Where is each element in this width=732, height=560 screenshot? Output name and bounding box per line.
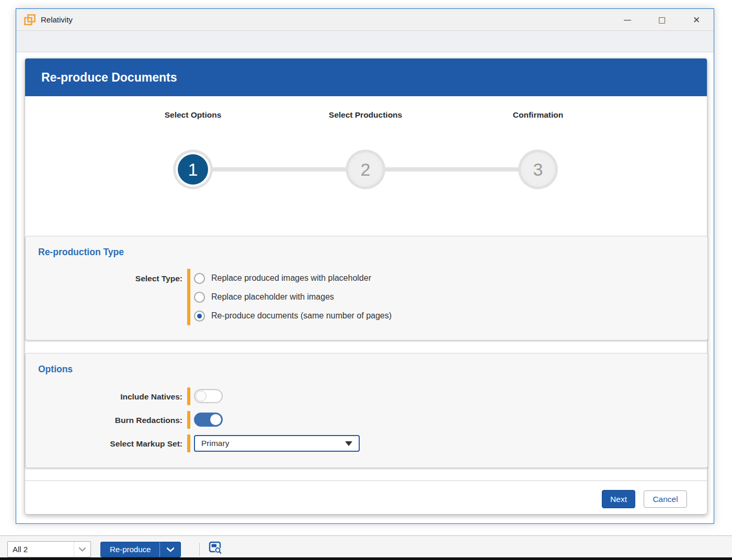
document-range-value: All 2 <box>8 545 74 554</box>
radio-button-selected-icon <box>194 311 205 322</box>
select-markup-set-label: Select Markup Set: <box>26 439 182 449</box>
window-titlebar: Relativity — □ ✕ <box>16 9 714 31</box>
step-1-circle: 1 <box>173 150 213 189</box>
minimize-button[interactable]: — <box>610 9 645 30</box>
footer-divider <box>25 481 707 481</box>
radio-replace-placeholder-with-images[interactable]: Replace placeholder with images <box>194 288 392 306</box>
document-range-select[interactable]: All 2 <box>7 541 91 557</box>
toolbar-divider <box>199 543 200 556</box>
markup-set-accent-bar <box>187 435 190 452</box>
step-connector-1 <box>209 167 348 172</box>
reproduce-documents-dialog: Re-produce Documents Select Options Sele… <box>25 58 707 515</box>
reproduction-type-radio-group: Replace produced images with placeholder… <box>194 269 392 325</box>
radio-replace-images-with-placeholder[interactable]: Replace produced images with placeholder <box>194 269 392 288</box>
burn-redactions-label: Burn Redactions: <box>26 416 182 425</box>
step-2-circle: 2 <box>346 150 385 189</box>
step-2-number: 2 <box>350 154 381 185</box>
preview-document-button[interactable] <box>205 539 224 556</box>
burn-redactions-accent-bar <box>187 411 190 429</box>
options-heading: Options <box>38 364 73 375</box>
options-section: Options Include Natives: Burn Redactions… <box>25 353 708 468</box>
modal-area: Re-produce Documents Select Options Sele… <box>16 52 714 522</box>
step-1-label: Select Options <box>151 109 235 120</box>
radio-label: Replace produced images with placeholder <box>211 273 371 283</box>
window-subheader-band <box>16 31 714 52</box>
radio-label: Replace placeholder with images <box>211 292 334 302</box>
window-controls: — □ ✕ <box>610 9 714 30</box>
cancel-button[interactable]: Cancel <box>644 490 687 508</box>
burn-redactions-toggle[interactable] <box>194 413 223 427</box>
step-2-label: Select Productions <box>324 109 407 120</box>
wizard-stepper: Select Options Select Productions Confir… <box>25 96 707 234</box>
step-connector-2 <box>382 167 521 172</box>
screen: All 2 Re-produce Relati <box>0 0 732 560</box>
chevron-down-icon <box>74 542 90 557</box>
radio-label: Re-produce documents (same number of pag… <box>211 311 392 321</box>
include-natives-toggle[interactable] <box>194 389 223 403</box>
radio-reproduce-documents[interactable]: Re-produce documents (same number of pag… <box>194 306 392 325</box>
close-button[interactable]: ✕ <box>679 9 714 30</box>
toggle-knob <box>210 414 221 425</box>
relativity-popup-window: Relativity — □ ✕ Re-produce Documents Se… <box>16 8 714 524</box>
document-preview-icon <box>207 540 223 555</box>
include-natives-accent-bar <box>187 387 190 405</box>
include-natives-label: Include Natives: <box>26 392 182 402</box>
radio-button-icon <box>194 292 205 303</box>
step-3-number: 3 <box>523 154 553 185</box>
dialog-title: Re-produce Documents <box>41 71 177 85</box>
maximize-button[interactable]: □ <box>645 9 679 30</box>
markup-set-dropdown[interactable]: Primary <box>194 435 360 452</box>
relativity-logo-icon <box>24 14 36 26</box>
window-title: Relativity <box>41 15 73 24</box>
reproduction-type-section: Re-production Type Select Type: Replace … <box>25 236 708 340</box>
screen-bottom-edge <box>0 557 732 560</box>
step-3-label: Confirmation <box>496 109 580 120</box>
select-type-label: Select Type: <box>26 274 182 283</box>
step-1-number: 1 <box>178 154 208 185</box>
reproduction-type-heading: Re-production Type <box>38 247 124 258</box>
toggle-knob <box>196 391 207 402</box>
radio-button-icon <box>194 273 205 284</box>
reproduce-button[interactable]: Re-produce <box>101 542 159 557</box>
dropdown-caret-icon <box>345 441 352 446</box>
reproduce-menu-button[interactable] <box>159 542 180 557</box>
markup-set-value: Primary <box>201 439 229 448</box>
viewer-bottom-toolbar: All 2 Re-produce <box>0 535 732 557</box>
next-button[interactable]: Next <box>602 490 635 508</box>
reproduce-split-button: Re-produce <box>100 542 181 557</box>
select-type-accent-bar <box>187 269 190 325</box>
step-3-circle: 3 <box>518 150 558 189</box>
dialog-header: Re-produce Documents <box>25 59 707 96</box>
